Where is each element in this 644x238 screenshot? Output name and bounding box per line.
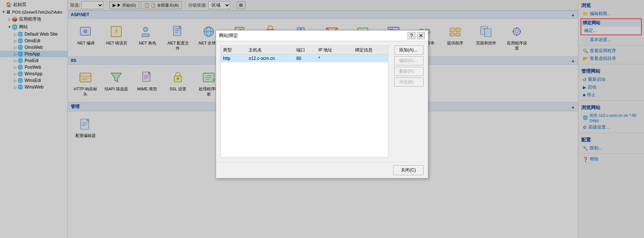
row-host: o12.c-scm.cn [249, 56, 296, 61]
modal-close-x-button[interactable]: ✕ [417, 32, 425, 39]
col-port: 端口 [296, 47, 318, 53]
modal-help-button[interactable]: ? [407, 32, 416, 39]
modal-side-buttons: 添加(A)... 编辑(E)... 删除(R) 浏览(B) [394, 46, 424, 158]
modal-footer: 关闭(C) [216, 162, 428, 178]
col-type: 类型 [223, 47, 249, 53]
table-row[interactable]: http o12.c-scm.cn 80 * [221, 55, 388, 62]
edit-binding-button[interactable]: 编辑(E)... [394, 56, 424, 65]
browse-binding-button[interactable]: 浏览(B) [394, 77, 424, 87]
remove-binding-button[interactable]: 删除(R) [394, 67, 424, 76]
add-binding-button[interactable]: 添加(A)... [394, 46, 424, 55]
site-binding-modal: 网站绑定 ? ✕ 类型 主机名 端口 IP 地址 绑定信息 [216, 30, 428, 178]
modal-titlebar: 网站绑定 ? ✕ [216, 30, 428, 41]
modal-body: 类型 主机名 端口 IP 地址 绑定信息 http o12.c-scm.cn 8… [216, 41, 428, 162]
row-type: http [223, 56, 249, 61]
modal-controls: ? ✕ [407, 32, 425, 39]
row-binding-info [355, 56, 386, 61]
modal-content: 类型 主机名 端口 IP 地址 绑定信息 http o12.c-scm.cn 8… [220, 46, 424, 158]
row-ip: * [318, 56, 355, 61]
col-ip: IP 地址 [318, 47, 355, 53]
row-port: 80 [296, 56, 318, 61]
modal-table-header: 类型 主机名 端口 IP 地址 绑定信息 [220, 46, 388, 55]
modal-table-container: 类型 主机名 端口 IP 地址 绑定信息 http o12.c-scm.cn 8… [220, 46, 388, 158]
col-host: 主机名 [249, 47, 296, 53]
modal-title: 网站绑定 [219, 32, 238, 39]
modal-close-button[interactable]: 关闭(C) [393, 165, 424, 175]
modal-overlay[interactable]: 网站绑定 ? ✕ 类型 主机名 端口 IP 地址 绑定信息 [0, 0, 644, 238]
modal-table-body: http o12.c-scm.cn 80 * [220, 55, 388, 158]
col-binding-info: 绑定信息 [355, 47, 386, 53]
